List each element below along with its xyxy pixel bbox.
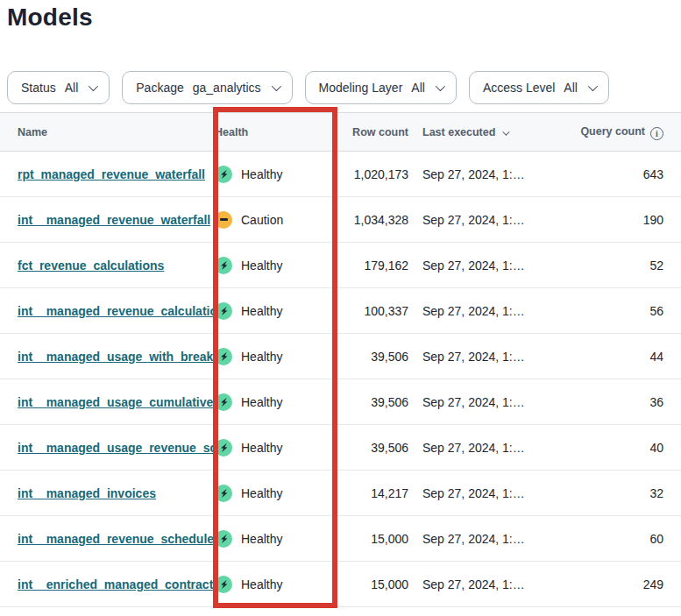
health-label: Healthy	[241, 167, 282, 181]
filter-package-label: Package	[136, 81, 183, 95]
filter-package-value: ga_analytics	[193, 81, 261, 95]
health-label: Caution	[241, 213, 283, 227]
table-row[interactable]: fct_revenue_calculations Healthy 179,162…	[0, 243, 681, 288]
health-label: Healthy	[241, 577, 282, 591]
query-count-value: 249	[571, 562, 681, 607]
table-row[interactable]: int__managed_usage_revenue_sc… Healthy 3…	[0, 425, 681, 471]
model-link[interactable]: int__managed_usage_cumulative_…	[18, 395, 215, 409]
minus-icon	[220, 218, 228, 221]
table-row[interactable]: int__managed_revenue_calculations Health…	[0, 288, 681, 334]
health-status-icon	[215, 485, 232, 502]
filter-access-level-label: Access Level	[483, 81, 555, 95]
row-count-value: 39,506	[335, 379, 408, 425]
health-label: Healthy	[241, 304, 282, 318]
filter-package[interactable]: Package ga_analytics	[122, 71, 292, 104]
model-link[interactable]: int__managed_revenue_schedule_…	[18, 532, 215, 546]
last-executed-value: Sep 27, 2024, 1:…	[408, 197, 571, 243]
health-label: Healthy	[241, 350, 282, 364]
last-executed-value: Sep 27, 2024, 1:…	[408, 516, 571, 562]
filter-access-level[interactable]: Access Level All	[469, 71, 609, 104]
models-table: Name Health Row count Last executed Quer…	[0, 112, 681, 607]
column-header-query-count[interactable]: Query counti	[571, 113, 681, 152]
page-title: Models	[7, 4, 93, 32]
health-status-icon	[215, 530, 232, 548]
query-count-value: 52	[571, 243, 681, 288]
filter-modeling-layer[interactable]: Modeling Layer All	[305, 71, 457, 104]
column-header-health[interactable]: Health	[215, 113, 335, 152]
zap-icon	[219, 534, 229, 544]
model-link[interactable]: int__enriched_managed_contracts	[18, 577, 215, 591]
models-page: Models Status All Package ga_analytics M…	[0, 0, 681, 616]
last-executed-value: Sep 27, 2024, 1:…	[408, 243, 571, 288]
last-executed-value: Sep 27, 2024, 1:…	[408, 334, 571, 379]
health-cell: Healthy	[215, 576, 335, 593]
last-executed-value: Sep 27, 2024, 1:…	[408, 288, 571, 334]
query-count-label: Query count	[580, 125, 645, 138]
row-count-value: 100,337	[335, 288, 408, 334]
health-status-icon	[215, 576, 232, 593]
table-row[interactable]: int__managed_usage_with_breaka… Healthy …	[0, 334, 681, 379]
table-row[interactable]: int__managed_revenue_schedule_… Healthy …	[0, 516, 681, 562]
table-row[interactable]: int__enriched_managed_contracts Healthy …	[0, 562, 681, 607]
model-link[interactable]: int__managed_revenue_waterfall	[18, 213, 210, 227]
row-count-value: 15,000	[335, 516, 408, 562]
model-link[interactable]: fct_revenue_calculations	[18, 258, 164, 273]
health-cell: Caution	[215, 211, 335, 229]
health-label: Healthy	[241, 395, 282, 409]
health-status-icon	[215, 166, 232, 183]
sort-chevron-down-icon[interactable]	[503, 128, 510, 135]
zap-icon	[219, 306, 229, 316]
filter-modeling-layer-value: All	[411, 81, 425, 95]
health-cell: Healthy	[215, 393, 335, 411]
model-link[interactable]: int__managed_invoices	[18, 486, 156, 500]
column-header-name[interactable]: Name	[0, 113, 215, 152]
health-cell: Healthy	[215, 530, 335, 548]
table-row[interactable]: int__managed_usage_cumulative_… Healthy …	[0, 379, 681, 425]
model-link[interactable]: rpt_managed_revenue_waterfall	[18, 167, 205, 181]
model-link[interactable]: int__managed_usage_revenue_sc…	[18, 441, 215, 455]
query-count-value: 40	[571, 425, 681, 471]
query-count-value: 36	[571, 379, 681, 425]
chevron-down-icon	[436, 81, 445, 91]
query-count-value: 56	[571, 288, 681, 334]
row-count-value: 179,162	[335, 243, 408, 288]
health-label: Healthy	[241, 441, 282, 455]
last-executed-value: Sep 27, 2024, 1:…	[408, 379, 571, 425]
model-link[interactable]: int__managed_usage_with_breaka…	[18, 350, 215, 364]
health-label: Healthy	[241, 258, 282, 273]
query-count-value: 643	[571, 152, 681, 197]
health-cell: Healthy	[215, 348, 335, 365]
last-executed-value: Sep 27, 2024, 1:…	[408, 471, 571, 516]
filter-status[interactable]: Status All	[7, 71, 110, 104]
chevron-down-icon	[588, 81, 598, 91]
query-count-value: 190	[571, 197, 681, 243]
last-executed-value: Sep 27, 2024, 1:…	[408, 152, 571, 197]
health-status-icon	[215, 302, 232, 320]
table-row[interactable]: int__managed_invoices Healthy 14,217 Sep…	[0, 471, 681, 516]
health-cell: Healthy	[215, 485, 335, 502]
zap-icon	[219, 488, 229, 499]
health-label: Healthy	[241, 532, 282, 546]
health-status-icon	[215, 257, 232, 274]
last-executed-label: Last executed	[422, 126, 495, 138]
health-cell: Healthy	[215, 166, 335, 183]
last-executed-value: Sep 27, 2024, 1:…	[408, 425, 571, 471]
filter-status-value: All	[65, 81, 79, 95]
health-status-icon	[215, 439, 232, 457]
info-icon[interactable]: i	[650, 127, 663, 140]
model-link[interactable]: int__managed_revenue_calculations	[18, 304, 215, 318]
zap-icon	[219, 443, 229, 453]
row-count-value: 1,020,173	[335, 152, 408, 197]
health-label: Healthy	[241, 486, 282, 500]
filter-bar: Status All Package ga_analytics Modeling…	[7, 71, 609, 104]
health-cell: Healthy	[215, 257, 335, 274]
table-row[interactable]: int__managed_revenue_waterfall Caution 1…	[0, 197, 681, 243]
filter-modeling-layer-label: Modeling Layer	[319, 81, 403, 95]
row-count-value: 14,217	[335, 471, 408, 516]
column-header-last-executed[interactable]: Last executed	[408, 113, 571, 152]
zap-icon	[219, 397, 229, 407]
row-count-value: 39,506	[335, 334, 408, 379]
column-header-row-count[interactable]: Row count	[335, 113, 408, 152]
table-row[interactable]: rpt_managed_revenue_waterfall Healthy 1,…	[0, 152, 681, 197]
query-count-value: 32	[571, 471, 681, 516]
